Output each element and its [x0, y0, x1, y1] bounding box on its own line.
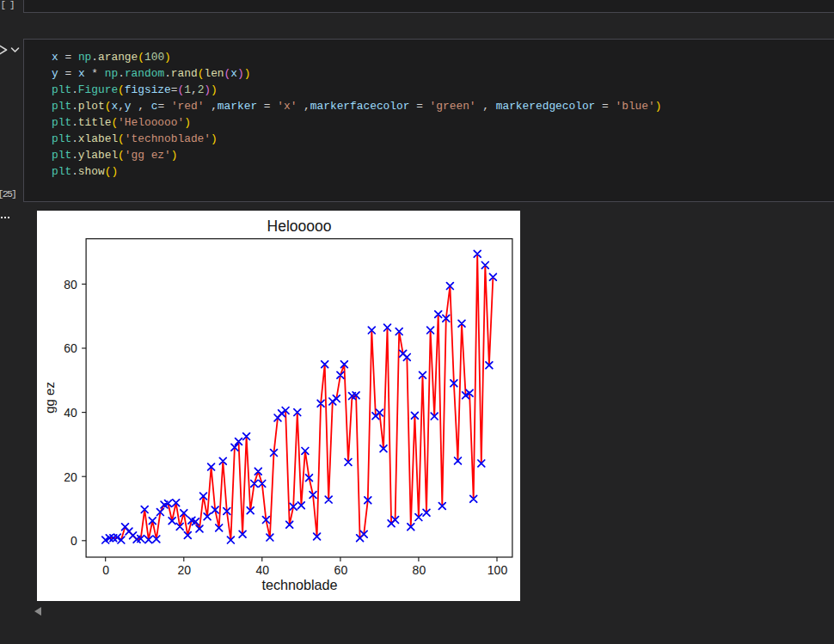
svg-text:100: 100 [488, 563, 508, 577]
svg-text:0: 0 [71, 534, 77, 548]
svg-text:20: 20 [64, 470, 77, 484]
svg-text:40: 40 [64, 406, 77, 420]
svg-text:40: 40 [256, 563, 270, 577]
svg-text:80: 80 [64, 278, 77, 291]
svg-text:20: 20 [178, 563, 192, 577]
svg-text:Helooooo: Helooooo [267, 218, 332, 235]
svg-text:gg ez: gg ez [43, 382, 58, 414]
svg-text:0: 0 [102, 563, 109, 577]
svg-text:60: 60 [64, 341, 77, 355]
svg-text:60: 60 [334, 563, 348, 577]
svg-text:technoblade: technoblade [261, 577, 337, 592]
svg-text:80: 80 [413, 563, 426, 577]
